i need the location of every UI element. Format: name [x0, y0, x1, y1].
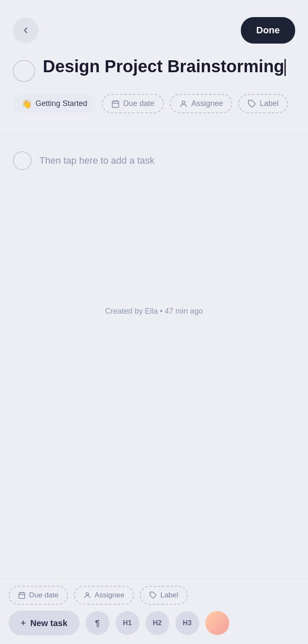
svg-rect-0: [113, 101, 119, 107]
label-tag[interactable]: Label: [238, 94, 288, 113]
user-avatar-button[interactable]: [205, 611, 229, 635]
svg-point-10: [86, 593, 89, 595]
assignee-tag[interactable]: Assignee: [170, 94, 232, 113]
bottom-due-date-label: Due date: [29, 591, 59, 600]
subtask-checkbox: [13, 151, 32, 170]
assignee-label: Assignee: [191, 99, 223, 108]
body-area: Then tap here to add a task Created by E…: [0, 134, 308, 433]
new-task-button[interactable]: + New task: [9, 611, 80, 635]
bottom-assignee-label: Assignee: [95, 591, 124, 600]
h2-format-button[interactable]: H2: [145, 611, 169, 635]
task-title[interactable]: Design Project Brainstorming: [43, 56, 295, 76]
back-button[interactable]: [13, 18, 38, 43]
bottom-due-date-tag[interactable]: Due date: [9, 586, 68, 605]
category-emoji: 👋: [21, 99, 32, 109]
category-label: Getting Started: [36, 99, 87, 108]
plus-icon: +: [21, 618, 26, 629]
svg-point-4: [182, 101, 185, 104]
h1-label: H1: [123, 619, 131, 627]
label-tag-label: Label: [260, 99, 278, 108]
created-by: Created by Ella • 47 min ago: [13, 307, 295, 316]
top-bar: Done: [0, 0, 308, 52]
calendar-icon: [111, 100, 120, 108]
h3-format-button[interactable]: H3: [175, 611, 199, 635]
bottom-tag-icon: [149, 591, 157, 599]
bottom-label-tag[interactable]: Label: [140, 586, 188, 605]
bottom-section: Due date Assignee Label + New task ¶ H1 …: [0, 579, 308, 644]
bottom-person-icon: [83, 591, 91, 599]
bottom-actions-row: + New task ¶ H1 H2 H3: [0, 611, 308, 635]
due-date-label: Due date: [123, 99, 154, 108]
paragraph-icon: ¶: [95, 618, 100, 628]
new-task-label: New task: [30, 618, 68, 628]
title-row: Design Project Brainstorming: [13, 56, 295, 82]
bottom-tags-row: Due date Assignee Label: [0, 579, 308, 611]
bottom-label-tag-label: Label: [160, 591, 178, 600]
done-button[interactable]: Done: [241, 17, 295, 44]
content-header: Design Project Brainstorming 👋 Getting S…: [0, 52, 308, 134]
person-icon: [179, 100, 188, 108]
add-task-placeholder: Then tap here to add a task: [39, 155, 154, 166]
due-date-tag[interactable]: Due date: [102, 94, 164, 113]
chevron-left-icon: [21, 26, 30, 35]
h3-label: H3: [183, 619, 191, 627]
h1-format-button[interactable]: H1: [116, 611, 139, 635]
text-cursor: [284, 59, 286, 76]
svg-rect-6: [19, 593, 25, 599]
bottom-assignee-tag[interactable]: Assignee: [74, 586, 134, 605]
add-task-row[interactable]: Then tap here to add a task: [13, 151, 295, 170]
tag-icon: [248, 100, 256, 108]
bottom-calendar-icon: [18, 591, 26, 599]
paragraph-format-button[interactable]: ¶: [86, 611, 110, 635]
category-tag[interactable]: 👋 Getting Started: [13, 94, 96, 113]
task-checkbox[interactable]: [13, 60, 35, 82]
h2-label: H2: [153, 619, 161, 627]
tags-row: 👋 Getting Started Due date Assignee Labe…: [13, 94, 295, 113]
